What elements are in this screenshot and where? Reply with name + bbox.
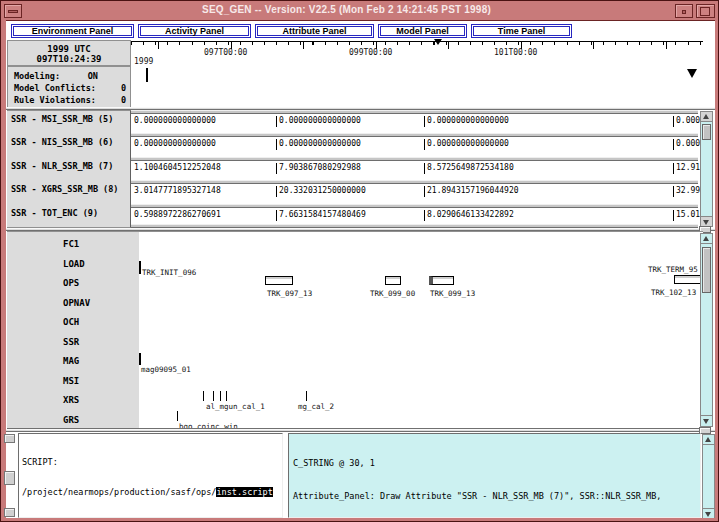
time-cursor[interactable] xyxy=(146,68,148,82)
script-scrollbar-thumb[interactable] xyxy=(4,471,15,485)
app-window: SEQ_GEN -- Version: V22.5 (Mon Feb 2 14:… xyxy=(0,0,719,522)
scroll-down-icon xyxy=(703,419,709,424)
attribute-value: 7.903867080292988 xyxy=(276,163,361,174)
attribute-label: SSR - NLR_SSR_MB (7) xyxy=(11,161,113,171)
ruler-marker-icon[interactable] xyxy=(434,39,442,45)
log-line: C_STRING @ 30, 1 xyxy=(293,458,696,469)
script-path-line: /project/nearmops/production/sasf/ops/in… xyxy=(22,487,279,497)
message-log-panel[interactable]: C_STRING @ 30, 1 Attribute_Panel: Draw A… xyxy=(288,433,701,518)
activity-label[interactable]: TRK_099_00 xyxy=(370,289,415,298)
timeline-canvas[interactable]: TRK_INIT_096 TRK_097_13 TRK_099_00 TRK_0… xyxy=(139,231,703,429)
activity-tick[interactable] xyxy=(177,411,178,421)
activity-tick[interactable] xyxy=(213,391,214,401)
activity-tick[interactable] xyxy=(203,391,204,401)
activity-box[interactable] xyxy=(265,276,293,285)
activity-label[interactable]: TRK_TERM_95 xyxy=(648,265,698,274)
attribute-value: 12.91 xyxy=(673,163,700,174)
log-scrollbar[interactable] xyxy=(702,434,715,518)
time-panel-button[interactable]: Time Panel xyxy=(471,24,572,38)
scrollbar-thumb[interactable] xyxy=(702,124,711,140)
activity-box[interactable] xyxy=(385,276,401,285)
activity-label[interactable]: TRK_INIT_096 xyxy=(142,268,196,277)
scrollbar-thumb[interactable] xyxy=(702,247,711,293)
attribute-row-labels: SSR - MSI_SSR_MB (5) SSR - NIS_SSR_MB (6… xyxy=(7,110,131,228)
attribute-value: 8.0290646133422892 xyxy=(424,210,514,221)
button-label: Time Panel xyxy=(498,26,545,36)
major-tick xyxy=(158,42,159,49)
script-info-panel[interactable]: SCRIPT: /project/nearmops/production/sas… xyxy=(18,433,283,518)
attribute-values-row: 3.0147771895327148 20.332031250000000 21… xyxy=(131,186,698,198)
activity-box[interactable] xyxy=(674,275,702,284)
attribute-value: 15.01 xyxy=(673,210,700,221)
attribute-tracks: 0.000000000000000 0.000000000000000 0.00… xyxy=(131,110,698,228)
activity-label[interactable]: TRK_102_13 xyxy=(651,288,696,297)
scroll-up-button[interactable] xyxy=(701,112,712,122)
attribute-band xyxy=(131,180,698,184)
ruler-year-label: 1999 xyxy=(134,57,153,66)
attribute-value: 0.000 xyxy=(673,116,700,127)
scroll-down-button[interactable] xyxy=(701,415,712,425)
scroll-up-button[interactable] xyxy=(703,435,714,445)
minimize-button[interactable] xyxy=(675,4,693,18)
button-label: Environment Panel xyxy=(32,26,114,36)
major-tick xyxy=(593,42,594,49)
timeline-row-label: MSI xyxy=(63,376,79,386)
activity-label[interactable]: al_mgun_cal_1 xyxy=(206,402,265,411)
activity-box[interactable] xyxy=(429,276,454,285)
activity-panel-button[interactable]: Activity Panel xyxy=(138,24,251,38)
time-ruler[interactable]: 097T00:00 099T00:00 101T00:00 1999 xyxy=(131,40,703,66)
timeline-row-label: FC1 xyxy=(63,239,79,249)
current-time-box: 1999 UTC 097T10:24:39 xyxy=(7,40,131,66)
attribute-value: 0.000000000000000 xyxy=(424,139,509,150)
ruler-ticks xyxy=(131,41,703,46)
window-menu-button[interactable] xyxy=(4,4,22,18)
attribute-value: 0.000000000000000 xyxy=(276,116,361,127)
timeline-row-labels: FC1 LOAD OPS OPNAV OCH SSR MAG MSI XRS G… xyxy=(7,231,139,429)
scroll-down-button[interactable] xyxy=(701,216,712,226)
attribute-value: 0.000000000000000 xyxy=(134,116,216,127)
attribute-band xyxy=(131,157,698,161)
modeling-label: Modeling: xyxy=(14,70,60,82)
activity-tick[interactable] xyxy=(306,391,307,401)
scroll-down-button[interactable] xyxy=(703,508,714,518)
script-scroll-up-button[interactable] xyxy=(4,434,15,443)
ruler-tick-label: 097T00:00 xyxy=(204,48,247,57)
maximize-button[interactable] xyxy=(696,4,715,18)
main-content: Environment Panel Activity Panel Attribu… xyxy=(6,20,715,518)
attribute-value: 0.5988972286270691 xyxy=(134,210,221,221)
scroll-up-icon xyxy=(703,114,709,119)
activity-label[interactable]: bgo_coinc_win xyxy=(179,422,238,429)
activity-label[interactable]: TRK_099_13 xyxy=(430,289,475,298)
button-label: Attribute Panel xyxy=(282,26,346,36)
model-panel-button[interactable]: Model Panel xyxy=(378,24,467,38)
attribute-value: 0.000000000000000 xyxy=(276,139,361,150)
maximize-icon xyxy=(700,7,710,16)
attribute-values-row: 0.5988972286270691 7.6631584157480469 8.… xyxy=(131,210,698,222)
attribute-scrollbar[interactable] xyxy=(700,111,713,227)
attribute-label: SSR - NIS_SSR_MB (6) xyxy=(11,137,113,147)
environment-panel-button[interactable]: Environment Panel xyxy=(11,24,134,38)
scroll-up-button[interactable] xyxy=(701,234,712,244)
timeline-row-label: XRS xyxy=(63,395,79,405)
scroll-up-icon xyxy=(703,236,709,241)
model-marker-icon[interactable] xyxy=(687,69,697,78)
activity-label[interactable]: mag09095_01 xyxy=(141,365,191,374)
script-scroll-down-button[interactable] xyxy=(4,508,15,517)
attribute-value: 0.000000000000000 xyxy=(424,116,509,127)
attribute-band xyxy=(131,133,698,137)
activity-tick[interactable] xyxy=(220,391,221,401)
attribute-panel-button[interactable]: Attribute Panel xyxy=(255,24,374,38)
attribute-value: 21.8943157196044920 xyxy=(424,186,519,197)
timeline-scrollbar[interactable] xyxy=(700,233,713,427)
activity-label[interactable]: mg_cal_2 xyxy=(298,402,334,411)
minimize-icon xyxy=(682,10,686,14)
conflicts-value: 0 xyxy=(121,82,126,94)
activity-label[interactable]: TRK_097_13 xyxy=(267,289,312,298)
activity-tick[interactable] xyxy=(139,261,141,274)
attribute-label: SSR - XGRS_SSR_MB (8) xyxy=(11,184,118,194)
attribute-value: 1.1004604512252048 xyxy=(134,163,221,174)
activity-tick[interactable] xyxy=(139,353,141,365)
button-label: Activity Panel xyxy=(165,26,224,36)
script-name-highlighted: inst.script xyxy=(216,487,272,497)
activity-tick[interactable] xyxy=(226,391,227,401)
